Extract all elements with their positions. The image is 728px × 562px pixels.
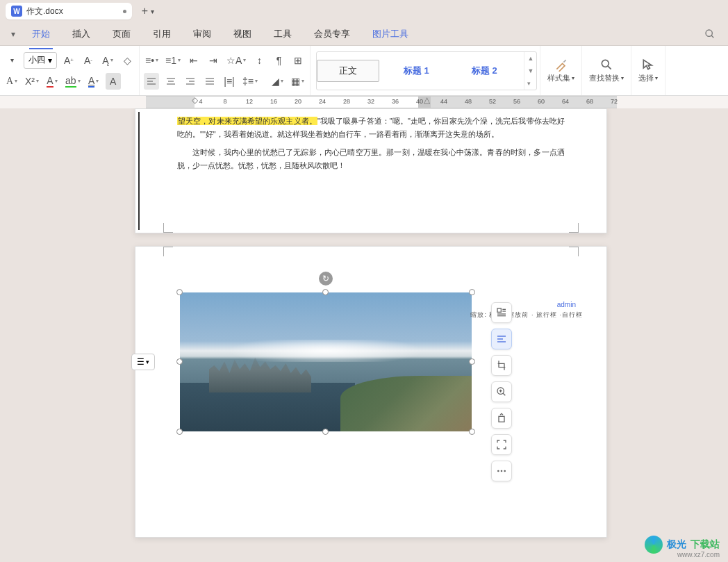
paragraph-1[interactable]: 望天空，对未来充满希望的乐观主义者。"我吸了吸鼻子答道："嗯。"走吧，你回家先洗… (177, 115, 565, 140)
paragraph-group: ≡•▾ ≡1▾ ⇤ ⇥ ☆A▾ ↕ ¶ ⊞ |≡| ‡≡▾ ◢▾ ▦▾ (140, 46, 311, 95)
new-tab-button[interactable]: + ▾ (142, 5, 154, 17)
fullscreen-icon[interactable] (491, 434, 512, 455)
toolbar-right: 样式集▾ 查找替换▾ 选择▾ (540, 46, 665, 95)
menu-page[interactable]: 页面 (101, 24, 142, 44)
style-scroll[interactable]: ▲▼▾ (521, 52, 536, 90)
rotate-handle-icon[interactable]: ↻ (319, 272, 333, 286)
find-replace-button[interactable]: 查找替换▾ (582, 46, 631, 95)
document-tab[interactable]: W 作文.docx (6, 3, 132, 19)
align-icon[interactable] (491, 329, 512, 349)
svg-point-0 (706, 30, 712, 36)
ruler-tick: 48 (462, 98, 474, 105)
distribute-icon[interactable]: |≡| (222, 73, 237, 90)
style-heading2[interactable]: 标题 2 (453, 65, 515, 77)
sort-icon[interactable]: ↕ (251, 52, 267, 69)
styleset-button[interactable]: 样式集▾ (540, 46, 582, 95)
indent-marker-right-icon[interactable]: △ (424, 95, 430, 105)
menu-insert[interactable]: 插入 (61, 24, 101, 44)
page-1: 望天空，对未来充满希望的乐观主义者。"我吸了吸鼻子答道："嗯。"走吧，你回家先洗… (135, 108, 607, 233)
ruler-tick: 12 (243, 98, 256, 105)
resize-handle-nw[interactable] (176, 289, 183, 295)
align-right-icon[interactable] (183, 73, 198, 90)
wrap-options-button[interactable]: ☰ ▾ (131, 354, 155, 370)
highlight-icon[interactable]: ab▾ (64, 73, 82, 90)
font-color-icon[interactable]: A▾ (44, 73, 60, 90)
wrap-text-icon[interactable] (491, 302, 512, 323)
superscript-icon[interactable]: X²▾ (24, 73, 40, 90)
comment-author: admin (557, 301, 576, 308)
font-group: ▾ 小四▾ A+ A- Ą▾ ◇ A▾ X²▾ A▾ ab▾ A▾ A (0, 46, 140, 95)
word-icon: W (11, 6, 22, 17)
paragraph-2[interactable]: 这时候，我内心里的忧愁已了无踪影，内心已晴空万里。那一刻，温暖在我心中荡漾。青春… (177, 146, 565, 172)
pilcrow-icon[interactable]: ¶ (271, 52, 286, 69)
bullet-list-icon[interactable]: ≡•▾ (144, 52, 160, 69)
shading-icon[interactable]: ◢▾ (270, 73, 286, 90)
char-shading-icon[interactable]: A (106, 73, 121, 90)
resize-handle-ne[interactable] (469, 289, 475, 295)
resize-handle-w[interactable] (176, 358, 183, 365)
underline-color-icon[interactable]: A▾ (86, 73, 101, 90)
decrease-font-icon[interactable]: A- (81, 52, 96, 69)
file-menu[interactable]: ▾ (6, 25, 21, 43)
font-size-select[interactable]: 小四▾ (24, 52, 57, 69)
clear-format-icon[interactable]: ◇ (119, 52, 135, 69)
font-style-icon[interactable]: A▾ (4, 73, 19, 90)
decrease-indent-icon[interactable]: ⇤ (186, 52, 201, 69)
more-icon[interactable] (491, 461, 512, 481)
watermark-logo-icon (645, 536, 663, 554)
style-normal[interactable]: 正文 (317, 60, 379, 82)
ruler-tick: 44 (438, 98, 450, 105)
menu-picture-tools[interactable]: 图片工具 (361, 24, 420, 44)
picture-floating-toolbar (491, 302, 512, 481)
resize-handle-se[interactable] (469, 429, 475, 435)
svg-rect-28 (499, 416, 504, 422)
menu-member[interactable]: 会员专享 (303, 24, 361, 44)
crop-icon[interactable] (491, 355, 512, 376)
resize-handle-s[interactable] (322, 429, 329, 435)
increase-font-icon[interactable]: A+ (61, 52, 76, 69)
text-direction-icon[interactable]: ☆A▾ (225, 52, 247, 69)
selected-image[interactable]: ↻ admin 缩放: 极架 ·缩放前 · 旅行框 ·自行框 ☰ ▾ (180, 292, 472, 431)
font-family-dropdown[interactable]: ▾ (4, 52, 19, 69)
svg-rect-16 (497, 308, 501, 312)
menu-view[interactable]: 视图 (222, 24, 263, 44)
horizontal-ruler[interactable]: ◇ 4812162024283236404448525660646872 △ (146, 96, 617, 108)
number-list-icon[interactable]: ≡1▾ (164, 52, 182, 69)
change-case-icon[interactable]: Ą▾ (100, 52, 115, 69)
page-2: ↻ admin 缩放: 极架 ·缩放前 · 旅行框 ·自行框 ☰ ▾ (135, 246, 607, 538)
align-center-icon[interactable] (163, 73, 179, 90)
menu-review[interactable]: 审阅 (182, 24, 222, 44)
menu-tools[interactable]: 工具 (263, 24, 303, 44)
menu-start[interactable]: 开始 (21, 24, 61, 44)
increase-indent-icon[interactable]: ⇥ (206, 52, 221, 69)
ruler-tick: 52 (486, 98, 499, 105)
image-content (180, 292, 472, 431)
comment-ruler-text: 缩放: 极架 ·缩放前 · 旅行框 ·自行框 (470, 311, 583, 320)
document-area[interactable]: 望天空，对未来充满希望的乐观主义者。"我吸了吸鼻子答道："嗯。"走吧，你回家先洗… (0, 108, 728, 562)
ruler-tick: 68 (584, 98, 596, 105)
resize-handle-sw[interactable] (176, 429, 183, 435)
zoom-icon[interactable] (491, 381, 512, 402)
align-left-icon[interactable] (144, 73, 159, 90)
resize-handle-e[interactable] (469, 358, 475, 365)
ruler-tick: 64 (559, 98, 572, 105)
ruler-tick: 24 (316, 98, 329, 105)
style-heading1[interactable]: 标题 1 (385, 65, 447, 77)
style-gallery[interactable]: 正文 标题 1 标题 2 ▲▼▾ (316, 51, 537, 90)
watermark: 极光下载站 www.xz7.com (645, 536, 720, 554)
border-all-icon[interactable]: ⊞ (290, 52, 306, 69)
filename: 作文.docx (26, 6, 63, 17)
borders-icon[interactable]: ▦▾ (290, 73, 306, 90)
svg-point-30 (501, 470, 503, 472)
search-icon[interactable] (697, 24, 722, 44)
toolbar: ▾ 小四▾ A+ A- Ą▾ ◇ A▾ X²▾ A▾ ab▾ A▾ A ≡•▾ … (0, 46, 728, 96)
line-spacing-icon[interactable]: ‡≡▾ (241, 73, 259, 90)
resize-handle-n[interactable] (322, 289, 329, 295)
select-button[interactable]: 选择▾ (631, 46, 665, 95)
align-justify-icon[interactable] (202, 73, 217, 90)
menu-reference[interactable]: 引用 (142, 24, 182, 44)
rotate-icon[interactable] (491, 408, 512, 429)
ruler-tick: 60 (535, 98, 547, 105)
watermark-text2: 下载站 (690, 538, 720, 551)
svg-line-27 (503, 393, 505, 395)
